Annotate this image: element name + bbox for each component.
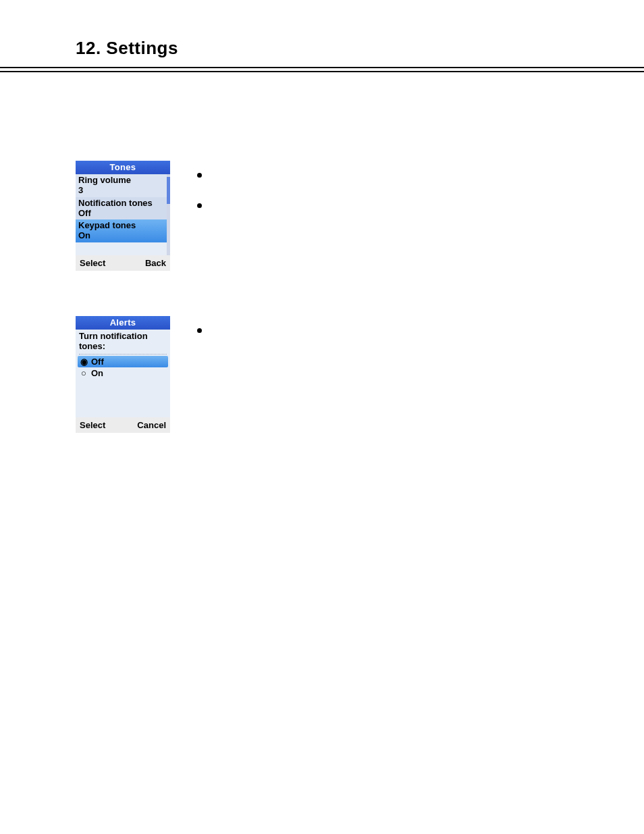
- softkey-left[interactable]: Select: [80, 420, 105, 430]
- menu-item-value: 3: [78, 186, 164, 195]
- radio-option-on[interactable]: ○ On: [78, 367, 168, 379]
- softkey-right[interactable]: Cancel: [137, 420, 166, 430]
- row-alerts: Alerts Turn notification tones: ◉ Off ○ …: [76, 316, 589, 433]
- scrollbar-thumb[interactable]: [167, 177, 170, 204]
- menu-item-notification-tones[interactable]: Notification tones Off: [76, 197, 167, 220]
- softkey-bar: Select Cancel: [76, 417, 170, 433]
- screen-body: Ring volume 3 Notification tones Off Key…: [76, 174, 170, 255]
- radio-selected-icon: ◉: [80, 357, 87, 367]
- double-rule: [0, 67, 644, 72]
- menu-item-value: On: [78, 231, 164, 240]
- phone-screen-alerts: Alerts Turn notification tones: ◉ Off ○ …: [76, 316, 170, 433]
- screen-body: Turn notification tones: ◉ Off ○ On: [76, 330, 170, 417]
- menu-item-label: Keypad tones: [78, 221, 164, 230]
- bullet-icon: [197, 173, 202, 178]
- radio-label: On: [91, 368, 103, 378]
- menu-item-label: Ring volume: [78, 176, 164, 185]
- radio-list: ◉ Off ○ On: [76, 355, 170, 382]
- radio-unselected-icon: ○: [80, 368, 87, 378]
- softkey-bar: Select Back: [76, 255, 170, 271]
- phone-screen-tones: Tones Ring volume 3 Notification tones O…: [76, 161, 170, 271]
- menu-item-keypad-tones[interactable]: Keypad tones On: [76, 219, 167, 242]
- menu-item-value: Off: [78, 209, 164, 218]
- screen-title: Alerts: [76, 316, 170, 330]
- bullet-icon: [197, 203, 202, 208]
- softkey-right[interactable]: Back: [145, 258, 166, 268]
- bullet-column: [197, 161, 202, 234]
- menu-item-ring-volume[interactable]: Ring volume 3: [76, 174, 167, 197]
- scrollbar-track: [167, 174, 170, 255]
- radio-label: Off: [91, 357, 104, 367]
- menu-list: Ring volume 3 Notification tones Off Key…: [76, 174, 170, 242]
- bullet-column: [197, 316, 202, 359]
- page: 12. Settings Tones Ring volume 3 Notific…: [0, 0, 644, 834]
- bullet-icon: [197, 328, 202, 333]
- row-tones: Tones Ring volume 3 Notification tones O…: [76, 161, 589, 271]
- softkey-left[interactable]: Select: [80, 258, 105, 268]
- chapter-title: 12. Settings: [76, 38, 644, 59]
- screen-title: Tones: [76, 161, 170, 174]
- radio-option-off[interactable]: ◉ Off: [78, 356, 168, 367]
- prompt-text: Turn notification tones:: [76, 330, 170, 353]
- menu-item-label: Notification tones: [78, 199, 164, 208]
